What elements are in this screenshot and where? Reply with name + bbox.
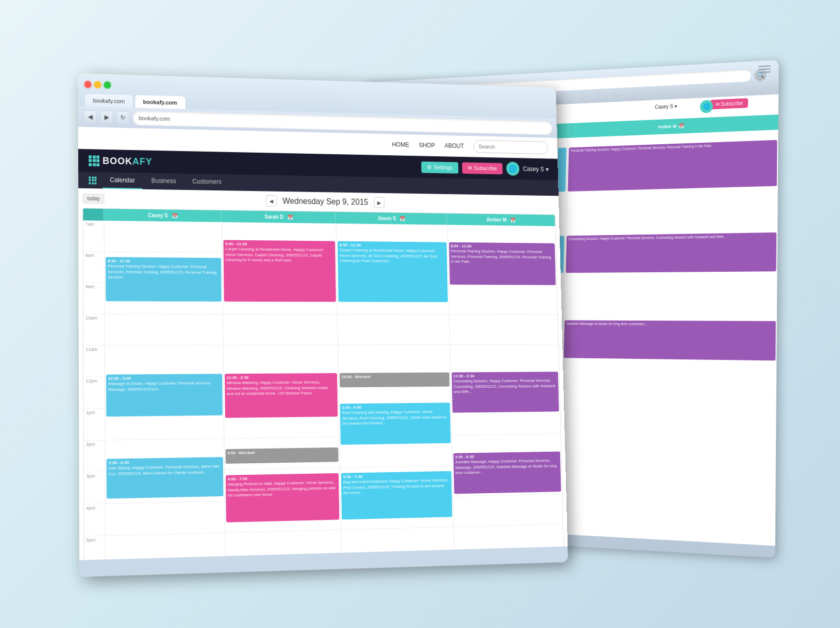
jason-event-3[interactable]: 1:00 - 4:00 Roof Cleaning and treating, … xyxy=(340,402,450,444)
amber-event-2[interactable]: 11:30 - 2:30 Counseling Session, Happy C… xyxy=(452,371,559,412)
back-user-btn[interactable]: Casey S ▾ xyxy=(651,101,681,111)
back-event-amber1[interactable]: Personal Training Session, Happy Custome… xyxy=(568,140,778,191)
time-3pm: 3pm xyxy=(84,472,105,504)
jason-event-1[interactable]: 8:30 - 11:30 Carpet Cleaning at Resident… xyxy=(338,241,448,302)
bookafy-logo: BOOKAFY xyxy=(89,155,152,167)
user-menu-button[interactable]: Casey S ▾ xyxy=(523,165,549,173)
minimize-window-btn[interactable] xyxy=(94,81,101,88)
col-sarah: 9:00 - 11:00 Carpet Cleaning at Resident… xyxy=(222,222,342,560)
tab-business[interactable]: Business xyxy=(144,173,183,189)
close-window-btn[interactable] xyxy=(84,80,91,88)
tab-customers[interactable]: Customers xyxy=(185,173,229,190)
col-jason-header: Jason S 📅 xyxy=(335,211,447,225)
calendar-nav: today ◀ Wednesday Sep 9, 2015 ▶ xyxy=(82,192,555,210)
prev-day-btn[interactable]: ◀ xyxy=(266,195,277,207)
casey-event-1[interactable]: 8:30 - 11:30 Personal Training Session, … xyxy=(106,257,221,301)
time-2pm: 2pm xyxy=(84,440,105,472)
calendar-wrapper: today ◀ Wednesday Sep 9, 2015 ▶ Casey S … xyxy=(78,188,568,560)
time-7am: 7am xyxy=(83,220,104,252)
subscribe-button[interactable]: ✉ Subscribe xyxy=(462,162,502,174)
header-actions: ⚙ Settings ✉ Subscribe 🌐 Casey S ▾ xyxy=(421,159,549,176)
casey-event-2[interactable]: 12:00 - 3:00 Massage at Studio, Happy Cu… xyxy=(106,374,222,417)
back-subscribe-btn[interactable]: ✉Subscribe xyxy=(710,98,748,109)
amber-calendar-icon[interactable]: 📅 xyxy=(510,217,516,222)
today-button[interactable]: today xyxy=(82,193,104,203)
time-9am: 9am xyxy=(83,283,104,314)
maximize-window-btn[interactable] xyxy=(104,81,111,89)
next-day-btn[interactable]: ▶ xyxy=(374,197,385,208)
logo-grid-icon xyxy=(89,155,100,166)
tab-calendar[interactable]: Calendar xyxy=(102,172,142,189)
time-header-cell xyxy=(83,208,104,220)
casey-calendar-icon[interactable]: 📅 xyxy=(172,213,177,218)
jason-calendar-icon[interactable]: 📅 xyxy=(400,216,405,221)
jason-event-4[interactable]: 5:30 - 7:30 Bug and Insect treatment, Ha… xyxy=(341,471,452,519)
browser-window-front: bookafy.com bookafy.com ◀ ▶ ↻ bookafy.co… xyxy=(78,73,568,577)
time-column: 7am 8am 9am 10am 11am 12pm 1pm 2pm 3pm 4… xyxy=(83,220,106,560)
calendar-date-title: Wednesday Sep 9, 2015 xyxy=(282,196,368,207)
gear-icon: ⚙ xyxy=(427,164,432,170)
nav-home[interactable]: HOME xyxy=(392,141,409,148)
search-input[interactable] xyxy=(474,140,549,154)
amber-event-1[interactable]: 8:00 - 11:00 Personal Training Session, … xyxy=(449,242,556,285)
forward-btn[interactable]: ▶ xyxy=(100,110,113,124)
time-1pm: 1pm xyxy=(84,409,105,441)
back-event-amber3[interactable]: Swedish Massage at Studio for long term … xyxy=(564,320,776,360)
time-11am: 11am xyxy=(83,345,104,377)
globe-button[interactable]: 🌐 xyxy=(506,162,520,176)
sarah-event-1[interactable]: 9:00 - 11:00 Carpet Cleaning at Resident… xyxy=(223,240,336,302)
back-globe-btn[interactable]: 🌐 xyxy=(700,100,713,113)
sarah-event-4[interactable]: 4:00 - 7:00 Hanging Pictures to Wall, Ha… xyxy=(225,473,339,522)
col-sarah-header: Sarah D 📅 xyxy=(222,210,336,223)
back-event-amber2[interactable]: Counseling Session, Happy Customer: Pers… xyxy=(566,232,776,273)
top-nav: HOME SHOP ABOUT xyxy=(392,138,548,154)
website-content: HOME SHOP ABOUT BOOKAFY xyxy=(78,126,568,560)
tab-1[interactable]: bookafy.com xyxy=(84,93,133,108)
time-8am: 8am xyxy=(83,251,104,283)
sarah-event-3[interactable]: 3:00 - Blocked xyxy=(225,447,339,463)
col-casey: 8:30 - 11:30 Personal Training Session, … xyxy=(104,220,226,560)
traffic-lights xyxy=(84,78,111,92)
calendar-grid: Casey S 📅 Sarah D 📅 Jason S 📅 Amber xyxy=(82,208,565,560)
amber-event-3[interactable]: 3:30 - 6:30 Swedish Massage, Happy Custo… xyxy=(453,451,561,494)
logo-text: BOOKAFY xyxy=(102,155,152,167)
nav-shop[interactable]: SHOP xyxy=(419,141,435,148)
scene: bookafy.com 🔍 bookafy.com ✉Subscribe 🌐 xyxy=(79,39,761,590)
time-10am: 10am xyxy=(83,314,104,346)
refresh-btn[interactable]: ↻ xyxy=(116,111,130,124)
tab-2[interactable]: bookafy.com xyxy=(134,94,186,109)
casey-event-3[interactable]: 3:35 - 6:30 Hair Styling, Happy Customer… xyxy=(107,457,223,498)
nav-about[interactable]: ABOUT xyxy=(444,142,464,150)
apps-grid-icon xyxy=(89,176,97,184)
time-4pm: 4pm xyxy=(84,504,105,536)
sarah-calendar-icon[interactable]: 📅 xyxy=(287,214,292,219)
time-5pm: 5pm xyxy=(84,536,105,560)
col-jason: 8:30 - 11:30 Carpet Cleaning at Resident… xyxy=(336,223,455,560)
calendar-body: 7am 8am 9am 10am 11am 12pm 1pm 2pm 3pm 4… xyxy=(83,220,565,560)
settings-button[interactable]: ⚙ Settings xyxy=(421,161,458,173)
sarah-event-2[interactable]: 11:30 - 2:30 Window Washing, Happy Custo… xyxy=(225,373,338,418)
back-hamburger-icon[interactable] xyxy=(759,65,771,73)
col-amber: 8:00 - 11:00 Personal Training Session, … xyxy=(447,225,565,560)
col-amber-header: Amber M 📅 xyxy=(447,213,555,226)
time-12pm: 12pm xyxy=(83,377,104,409)
chevron-down-icon: ▾ xyxy=(546,166,549,173)
back-col4-label: Amber M xyxy=(658,123,677,129)
back-btn[interactable]: ◀ xyxy=(83,110,97,123)
col-casey-header: Casey S 📅 xyxy=(104,208,222,221)
jason-event-2[interactable]: 12:00 - Blocked xyxy=(340,372,449,387)
email-icon: ✉ xyxy=(468,164,472,171)
